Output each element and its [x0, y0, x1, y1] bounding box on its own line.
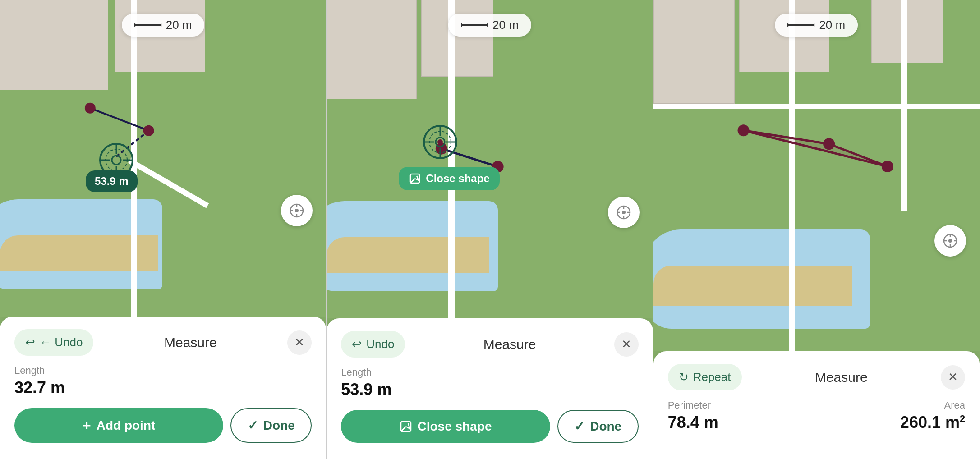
bottom-panel-2: ↩ Undo Measure ✕ Length 53.9 m Close sha…: [327, 318, 653, 459]
metric-value-1: 32.7 m: [14, 378, 312, 397]
plus-icon: +: [83, 417, 91, 434]
panel-title-1: Measure: [164, 335, 217, 350]
metrics-row-3: Perimeter 78.4 m Area 260.1 m2: [668, 399, 965, 443]
scale-label-3: 20 m: [819, 18, 845, 32]
svg-line-38: [401, 427, 406, 431]
perimeter-block: Perimeter 78.4 m: [668, 399, 718, 443]
add-point-button[interactable]: + Add point: [14, 408, 223, 443]
close-shape-button[interactable]: Close shape: [341, 410, 550, 443]
close-shape-icon: [400, 420, 412, 433]
perimeter-label: Perimeter: [668, 399, 718, 411]
panel-1: 20 m 53.9 m: [0, 0, 327, 459]
svg-point-12: [295, 209, 299, 212]
repeat-button[interactable]: ↻ Repeat: [668, 364, 742, 390]
panel-3: 20 m ↻ Repeat: [653, 0, 980, 459]
metric-label-1: Length: [14, 365, 312, 376]
svg-point-44: [948, 239, 952, 243]
undo-icon-1: ↩: [25, 335, 35, 349]
metric-value-2: 53.9 m: [341, 380, 638, 399]
location-button-2[interactable]: [608, 197, 640, 228]
bottom-actions-1: + Add point ✓ Done: [14, 408, 312, 443]
panel-2: 20 m: [327, 0, 653, 459]
undo-button-1[interactable]: ↩ ← Undo: [14, 329, 93, 356]
area-value: 260.1 m2: [900, 413, 965, 432]
close-button-1[interactable]: ✕: [287, 330, 312, 355]
svg-point-5: [112, 156, 121, 165]
close-button-3[interactable]: ✕: [941, 365, 965, 390]
map-area-1[interactable]: 20 m 53.9 m: [0, 0, 326, 317]
crosshair-2: [422, 124, 458, 160]
repeat-icon: ↻: [679, 370, 689, 384]
area-block: Area 260.1 m2: [900, 399, 965, 443]
undo-icon-2: ↩: [352, 337, 362, 351]
bottom-actions-2: Close shape ✓ Done: [341, 410, 638, 443]
bottom-panel-1: ↩ ← Undo Measure ✕ Length 32.7 m + Add p…: [0, 317, 326, 459]
close-shape-map-tooltip[interactable]: Close shape: [399, 167, 499, 190]
checkmark-icon-1: ✓: [248, 418, 258, 433]
svg-point-32: [622, 211, 626, 214]
location-button-1[interactable]: [281, 195, 313, 226]
scale-bar-2: 20 m: [448, 14, 531, 37]
scale-label-1: 20 m: [166, 18, 192, 32]
scale-bar-1: 20 m: [122, 14, 205, 37]
done-button-2[interactable]: ✓ Done: [557, 410, 639, 443]
location-button-3[interactable]: [934, 225, 966, 257]
panel-title-2: Measure: [483, 337, 536, 352]
done-button-1[interactable]: ✓ Done: [230, 408, 312, 443]
metric-label-2: Length: [341, 367, 638, 378]
scale-label-2: 20 m: [492, 18, 519, 32]
perimeter-value: 78.4 m: [668, 413, 718, 432]
undo-button-2[interactable]: ↩ Undo: [341, 331, 405, 358]
map-area-2[interactable]: 20 m: [327, 0, 653, 318]
close-button-2[interactable]: ✕: [614, 332, 639, 357]
checkmark-icon-2: ✓: [574, 419, 584, 434]
svg-point-23: [437, 139, 443, 145]
bottom-header-1: ↩ ← Undo Measure ✕: [14, 329, 312, 356]
bottom-panel-3: ↻ Repeat Measure ✕ Perimeter 78.4 m Area…: [653, 351, 980, 459]
panel-title-3: Measure: [815, 370, 868, 385]
map-area-3[interactable]: 20 m: [653, 0, 980, 351]
svg-line-30: [410, 179, 415, 183]
scale-bar-3: 20 m: [775, 14, 858, 37]
measurement-tooltip-1: 53.9 m: [86, 170, 138, 192]
bottom-header-2: ↩ Undo Measure ✕: [341, 331, 638, 358]
bottom-header-3: ↻ Repeat Measure ✕: [668, 364, 965, 390]
area-label: Area: [900, 399, 965, 411]
